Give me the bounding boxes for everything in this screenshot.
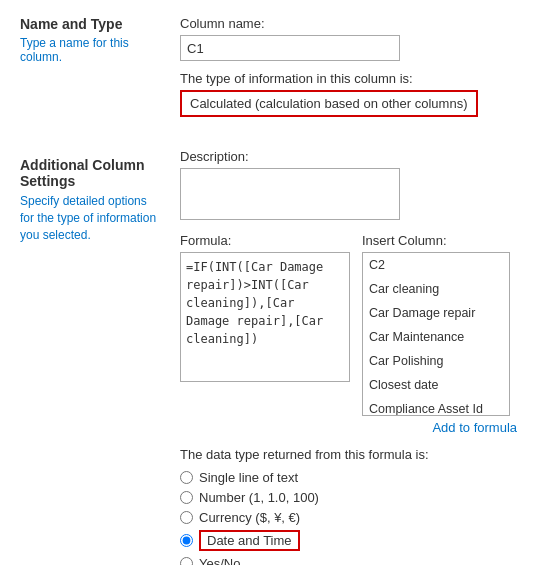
column-name-input[interactable] xyxy=(180,35,400,61)
radio-label-number: Number (1, 1.0, 100) xyxy=(199,490,319,505)
list-item-closest-date[interactable]: Closest date xyxy=(363,373,509,397)
list-item-car-damage-repair[interactable]: Car Damage repair xyxy=(363,301,509,325)
type-info-label: The type of information in this column i… xyxy=(180,71,517,86)
radio-item-date-time: Date and Time xyxy=(180,530,517,551)
list-item-compliance-asset-id[interactable]: Compliance Asset Id xyxy=(363,397,509,416)
radio-item-number: Number (1, 1.0, 100) xyxy=(180,490,517,505)
radio-label-date-time: Date and Time xyxy=(199,530,300,551)
radio-currency[interactable] xyxy=(180,511,193,524)
additional-desc: Specify detailed options for the type of… xyxy=(20,193,164,243)
name-and-type-title: Name and Type xyxy=(20,16,164,32)
radio-label-single-line: Single line of text xyxy=(199,470,298,485)
list-item-car-maintenance[interactable]: Car Maintenance xyxy=(363,325,509,349)
add-to-formula-link[interactable]: Add to formula xyxy=(432,420,517,435)
list-item-car-cleaning[interactable]: Car cleaning xyxy=(363,277,509,301)
type-info-value[interactable]: Calculated (calculation based on other c… xyxy=(180,90,478,117)
additional-title: Additional Column Settings xyxy=(20,157,164,189)
return-type-label: The data type returned from this formula… xyxy=(180,447,517,462)
description-textarea[interactable] xyxy=(180,168,400,220)
radio-item-single-line: Single line of text xyxy=(180,470,517,485)
column-name-label: Column name: xyxy=(180,16,517,31)
return-type-radio-group: Single line of textNumber (1, 1.0, 100)C… xyxy=(180,470,517,565)
list-item-car-polishing[interactable]: Car Polishing xyxy=(363,349,509,373)
insert-column-label: Insert Column: xyxy=(362,233,510,248)
radio-number[interactable] xyxy=(180,491,193,504)
radio-label-currency: Currency ($, ¥, €) xyxy=(199,510,300,525)
formula-label: Formula: xyxy=(180,233,350,248)
radio-date-time[interactable] xyxy=(180,534,193,547)
radio-yes-no[interactable] xyxy=(180,557,193,565)
radio-item-currency: Currency ($, ¥, €) xyxy=(180,510,517,525)
radio-single-line[interactable] xyxy=(180,471,193,484)
radio-label-yes-no: Yes/No xyxy=(199,556,240,565)
list-item-c2[interactable]: C2 xyxy=(363,253,509,277)
name-and-type-desc: Type a name for this column. xyxy=(20,36,164,64)
formula-textarea[interactable]: =IF(INT([Car Damage repair])>INT([Car cl… xyxy=(180,252,350,382)
insert-column-listbox[interactable]: C2Car cleaningCar Damage repairCar Maint… xyxy=(362,252,510,416)
radio-item-yes-no: Yes/No xyxy=(180,556,517,565)
description-label: Description: xyxy=(180,149,517,164)
